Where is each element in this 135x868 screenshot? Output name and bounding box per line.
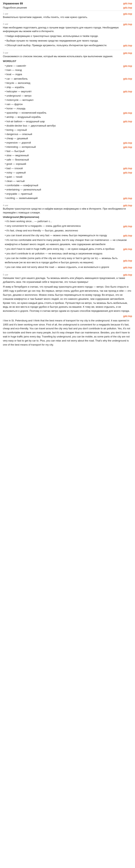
step4-points: it's been working since... — работает с.… [3, 219, 132, 270]
gdz-logo-wl7[interactable]: gdz.top [123, 146, 132, 149]
gdz-logo-header[interactable]: gdz.top [123, 2, 132, 5]
essay-en-block: I live in St. Petersburg and I think tha… [3, 319, 132, 347]
wl-clean: clean — чистый [3, 179, 132, 183]
step2-item-2: Выбери лучшее по твоему мнению средство … [3, 39, 132, 43]
gdz-logo-wl3[interactable]: gdz.top [123, 90, 132, 93]
gdz-logo-wl8[interactable]: gdz.top [123, 167, 132, 170]
s4p5: you don't have to wait in huge traffic j… [3, 247, 114, 251]
s4p2: it's fast, cheap and eco-friendly — быст… [3, 228, 132, 233]
gdz-logo-s1[interactable]: gdz.top [123, 12, 132, 15]
wl-train: train — поезд [3, 68, 132, 72]
gdz-logo-s4e[interactable]: gdz.top [123, 266, 132, 269]
wl-spaceship: spaceship — космический корабль [3, 111, 46, 115]
s4p7: you can be mobile (some parts of the cit… [3, 256, 123, 265]
wordlist-row-logo3: helicopter — вертолёт gdz.top [3, 89, 132, 94]
step4-num: 4 шаг [3, 204, 8, 207]
wl-car: car — автомобиль [3, 77, 28, 81]
exercise-title: Упражнение 89 [3, 2, 23, 5]
step-5: 5 шаг gdz.top Напишем текст для нашего д… [3, 273, 132, 347]
gdz-logo-s4d[interactable]: gdz.top [123, 259, 132, 262]
wl-interesting: interesting — интересный [3, 145, 36, 149]
s4p8-row: you can relax and not worry about the ro… [3, 265, 132, 270]
step2-main-text: Нам необходимо подготовить доклад о лучш… [3, 26, 132, 33]
gdz-logo-s4b[interactable]: gdz.top [123, 234, 132, 237]
step3-text: Ознакомимся со списком лексики, который … [3, 55, 132, 58]
wordlist-row-logo8: bad — плохой gdz.top [3, 166, 132, 170]
step1-header-row: 1 шаг gdz.top [3, 12, 132, 15]
gdz-logo-wl9[interactable]: gdz.top [123, 171, 132, 174]
wordlist-title: WORDLIST [3, 60, 132, 63]
gdz-logo-s5[interactable]: gdz.top [123, 273, 132, 276]
subtitle: Подробное решение [3, 6, 27, 9]
s4p7-row: you can be mobile (some parts of the cit… [3, 256, 132, 265]
wl-doubledecker: double-decker bus — двухэтажный автобус [3, 124, 132, 128]
s4p4: it's not too comfortable and there're ma… [3, 238, 132, 246]
gdz-logo-s4c[interactable]: gdz.top [123, 248, 132, 250]
wl-underground: underground — метро [3, 94, 132, 98]
gdz-logo-s2b[interactable]: gdz.top [123, 44, 132, 47]
underground-label: Underground (Метрополитен) [3, 216, 132, 218]
wl-noisy: noisy — шумный [3, 170, 26, 175]
gdz-logo-subtitle[interactable]: gdz.top [123, 6, 132, 9]
wl-plane: plane — самолёт [3, 64, 26, 68]
wl-motorcycle: motorcycle — мотоцикл [3, 98, 132, 102]
gdz-logo-wl10[interactable]: gdz.top [123, 197, 132, 200]
step2-num: 2 шаг [3, 23, 8, 25]
gdz-logo-wl6[interactable]: gdz.top [123, 142, 132, 144]
divider-4 [3, 272, 132, 272]
wl-enjoyable: enjoyable — приятный [3, 192, 132, 196]
page: Упражнение 89 gdz.top Подробное решение … [0, 0, 135, 350]
wl-bicycle: bicycle — велосипед [3, 81, 132, 85]
gdz-logo-s2[interactable]: gdz.top [123, 23, 132, 26]
wl-entertaining: entertaining — увлекательный [3, 188, 132, 192]
wl-boat: boat — лодка [3, 72, 132, 76]
step1-text: Внимательно прочитаем задание, чтобы пон… [3, 15, 132, 19]
wordlist-row-logo10: exciting — захватывающий gdz.top [3, 196, 132, 200]
gdz-logo-wl2[interactable]: gdz.top [123, 77, 132, 80]
wl-airship: airship — воздушный корабль [3, 115, 132, 119]
step3-header-row: 3 шаг gdz.top [3, 52, 132, 55]
wl-safe: safe — безопасный [3, 158, 132, 162]
subtitle-row: Подробное решение gdz.top [3, 6, 132, 9]
step2-list: Найди информацию о транспортных средства… [3, 34, 132, 48]
step2-header-row: 2 шаг gdz.top [3, 23, 132, 26]
s4p0: it's been working since... — работает с.… [3, 219, 132, 223]
wl-slow: slow — медленный [3, 153, 132, 158]
gdz-logo-s5b[interactable]: gdz.top [123, 315, 132, 317]
s4p3: you can travel around the city very fast… [3, 233, 107, 238]
wl-good: good — хороший [3, 162, 132, 166]
gdz-logo-wl4[interactable]: gdz.top [123, 112, 132, 114]
step5-intro: Напишем текст для нашего доклада. Ты мож… [3, 276, 132, 284]
wl-bad: bad — плохой [3, 166, 23, 170]
wl-cheap: cheap — дешевый [3, 136, 132, 141]
title-text: Упражнение 89 [3, 2, 23, 5]
gdz-logo-s4a[interactable]: gdz.top [123, 225, 132, 228]
header: Упражнение 89 gdz.top [3, 2, 132, 5]
wl-helicopter: helicopter — вертолёт [3, 89, 32, 94]
wordlist-section: WORDLIST plane — самолёт gdz.top train —… [3, 60, 132, 200]
wordlist-row-logo7: interesting — интересный gdz.top [3, 145, 132, 149]
gdz-logo-wl1[interactable]: gdz.top [123, 64, 132, 67]
step2-item-3: Обоснуй свой выбор. Приведи аргументы, п… [3, 43, 107, 48]
wl-expensive: expensive — дорогой [3, 141, 31, 145]
wordlist-row-logo6: expensive — дорогой gdz.top [3, 141, 132, 145]
gdz-logo-s4[interactable]: gdz.top [123, 204, 132, 207]
wl-horse: horse — лошадь [3, 106, 132, 111]
essay-ru-block: Я живу в Петербурге и считаю, что лучший… [3, 285, 132, 313]
wl-van: van — фургон [3, 102, 132, 106]
wl-comfortable: comfortable — комфортный [3, 183, 132, 188]
s4p5-row: you don't have to wait in huge traffic j… [3, 247, 132, 251]
wl-exciting: exciting — захватывающий [3, 196, 38, 200]
wordlist-row-logo4: spaceship — космический корабль gdz.top [3, 111, 132, 115]
gdz-logo-wl5[interactable]: gdz.top [123, 120, 132, 123]
s4p6: you don't contribute to air pollution — … [3, 251, 132, 256]
step5-num: 5 шаг [3, 274, 8, 276]
step5-logo-row: gdz.top [3, 315, 132, 317]
gdz-logo-s3[interactable]: gdz.top [123, 52, 132, 55]
step2-item-1: Найди информацию о транспортных средства… [3, 34, 132, 38]
essay-en-text: I live in St. Petersburg and I think tha… [3, 319, 132, 347]
s4p8: you can relax and not worry about the ro… [3, 265, 109, 269]
step5-header-row: 5 шаг gdz.top [3, 273, 132, 276]
wl-ship: ship — корабль [3, 85, 132, 89]
wordlist-row-logo1: plane — самолёт gdz.top [3, 64, 132, 68]
